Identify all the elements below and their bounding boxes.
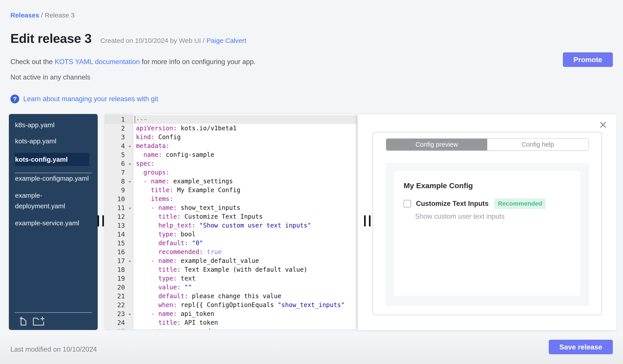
last-modified-text: Last modified on 10/10/2024 (10, 345, 97, 353)
code-line[interactable]: 12 title: Customize Text Inputs (105, 212, 356, 221)
sidebar-file-k8s-app.yaml[interactable]: k8s-app.yaml (9, 121, 89, 129)
line-number: 10 (105, 195, 133, 203)
fold-arrow-icon[interactable]: ▾ (129, 204, 131, 212)
promote-button[interactable]: Promote (563, 52, 613, 67)
code-line[interactable]: 16 recommended: true (105, 248, 356, 256)
code-line[interactable]: 19 type: text (105, 274, 356, 283)
line-number: 12 (105, 212, 133, 221)
code-line[interactable]: 8▾ - name: example_settings (105, 177, 356, 186)
config-preview-inner: Config previewConfig help My Example Con… (373, 132, 602, 315)
kots-docs-link[interactable]: KOTS YAML documentation (55, 58, 140, 66)
line-number: 21 (105, 292, 133, 301)
code-line[interactable]: 21 default: please change this value (105, 292, 356, 301)
code-text: - name: example_settings (133, 177, 356, 186)
code-line[interactable]: 10 items: (105, 195, 356, 203)
config-item-label: Customize Text Inputs (416, 200, 489, 208)
line-number: 24 (105, 318, 133, 327)
line-number: 17▾ (105, 256, 133, 265)
code-text: type: text (133, 274, 356, 283)
code-text: metadata: (133, 142, 356, 150)
code-text: apiVersion: kots.io/v1beta1 (133, 124, 356, 133)
line-number: 4▾ (105, 142, 133, 150)
breadcrumb-separator: / (41, 12, 45, 19)
editor-preview-resize-handle[interactable] (364, 215, 371, 226)
sidebar-file-example-service.yaml[interactable]: example-service.yaml (9, 218, 89, 228)
code-text: name: config-sample (133, 150, 356, 159)
help-icon[interactable]: ? (10, 95, 19, 103)
git-help-row: ? Learn about managing your releases wit… (10, 95, 158, 103)
code-text: groups: (133, 168, 356, 177)
code-line[interactable]: 11▾ - name: show_text_inputs (105, 203, 356, 212)
code-text: items: (133, 195, 356, 203)
code-line[interactable]: 3kind: Config (105, 133, 356, 142)
line-number: 25 (105, 327, 133, 329)
code-line[interactable]: 24 title: API token (105, 318, 356, 327)
code-line[interactable]: 14 type: bool (105, 230, 356, 239)
code-text: default: please change this value (133, 292, 356, 301)
line-number: 9 (105, 186, 133, 195)
line-number: 14 (105, 230, 133, 239)
code-text: help_text: "Show custom user text inputs… (133, 221, 356, 230)
code-text: title: API token (133, 318, 356, 327)
code-text: title: Text Example (with default value) (133, 265, 356, 274)
code-line[interactable]: 6▾spec: (105, 159, 356, 168)
code-line[interactable]: 9 title: My Example Config (105, 186, 356, 195)
config-tabs: Config previewConfig help (386, 138, 589, 151)
code-line[interactable]: 18 title: Text Example (with default val… (105, 265, 356, 274)
code-line[interactable]: 22 when: repl{{ ConfigOptionEquals "show… (105, 301, 356, 309)
code-text: type: password (133, 327, 356, 329)
yaml-editor[interactable]: 1---2apiVersion: kots.io/v1beta13kind: C… (105, 114, 356, 329)
code-text: value: "" (133, 283, 356, 292)
created-by-link[interactable]: Paige Calvert (206, 37, 246, 44)
recommended-badge: Recommended (494, 198, 546, 209)
sidebar-editor-resize-handle[interactable] (97, 215, 104, 226)
fold-arrow-icon[interactable]: ▾ (129, 310, 131, 319)
fold-arrow-icon[interactable]: ▾ (129, 142, 131, 151)
code-text: type: bool (133, 230, 356, 239)
sidebar-file-example-deployment.yaml[interactable]: example-deployment.yaml (9, 190, 89, 211)
line-number: 6▾ (105, 159, 133, 168)
tab-config-preview[interactable]: Config preview (386, 139, 487, 150)
breadcrumb-releases-link[interactable]: Releases (10, 12, 39, 19)
code-line[interactable]: 20 value: "" (105, 283, 356, 292)
created-info: Created on 10/10/2024 by Web UI / Paige … (100, 37, 246, 44)
config-item-row: Customize Text Inputs Recommended (404, 198, 580, 209)
close-icon[interactable]: ✕ (599, 120, 607, 130)
line-number: 22 (105, 301, 133, 309)
tab-config-help[interactable]: Config help (487, 139, 588, 150)
code-line[interactable]: 1--- (105, 115, 356, 124)
line-number: 7 (105, 168, 133, 177)
footer-bar: Last modified on 10/10/2024 Save release (0, 336, 623, 364)
line-number: 8▾ (105, 177, 133, 186)
code-line[interactable]: 13 help_text: "Show custom user text inp… (105, 221, 356, 230)
code-line[interactable]: 23▾ - name: api_token (105, 309, 356, 318)
code-line[interactable]: 2apiVersion: kots.io/v1beta1 (105, 124, 356, 133)
edit-release-page: Releases / Release 3 Edit release 3 Crea… (0, 0, 623, 364)
sidebar-file-kots-app.yaml[interactable]: kots-app.yaml (9, 137, 89, 145)
line-number: 11▾ (105, 203, 133, 212)
add-folder-icon[interactable] (32, 316, 45, 326)
code-line[interactable]: 4▾metadata: (105, 142, 356, 150)
code-line[interactable]: 5 name: config-sample (105, 150, 356, 159)
code-line[interactable]: 25 type: password (105, 327, 356, 329)
save-release-button[interactable]: Save release (549, 340, 613, 354)
fold-arrow-icon[interactable]: ▾ (129, 160, 131, 168)
sidebar-file-kots-config.yaml[interactable]: kots-config.yaml (15, 153, 89, 166)
line-number: 2 (105, 124, 133, 133)
add-file-icon[interactable] (19, 316, 28, 326)
line-number: 20 (105, 283, 133, 292)
code-text: title: My Example Config (133, 186, 356, 195)
code-line[interactable]: 15 default: "0" (105, 239, 356, 248)
fold-arrow-icon[interactable]: ▾ (129, 257, 131, 265)
code-line[interactable]: 7 groups: (105, 168, 356, 177)
line-number: 18 (105, 265, 133, 274)
code-text: recommended: true (133, 248, 356, 256)
line-number: 23▾ (105, 309, 133, 318)
editor-lines: 1---2apiVersion: kots.io/v1beta13kind: C… (105, 115, 356, 329)
sidebar-footer (9, 312, 98, 330)
code-line[interactable]: 17▾ - name: example_default_value (105, 256, 356, 265)
customize-text-inputs-checkbox[interactable] (404, 200, 411, 207)
git-releases-link[interactable]: Learn about managing your releases with … (23, 95, 158, 103)
sidebar-file-example-configmap.yaml[interactable]: example-configmap.yaml (9, 173, 89, 184)
fold-arrow-icon[interactable]: ▾ (129, 177, 131, 186)
